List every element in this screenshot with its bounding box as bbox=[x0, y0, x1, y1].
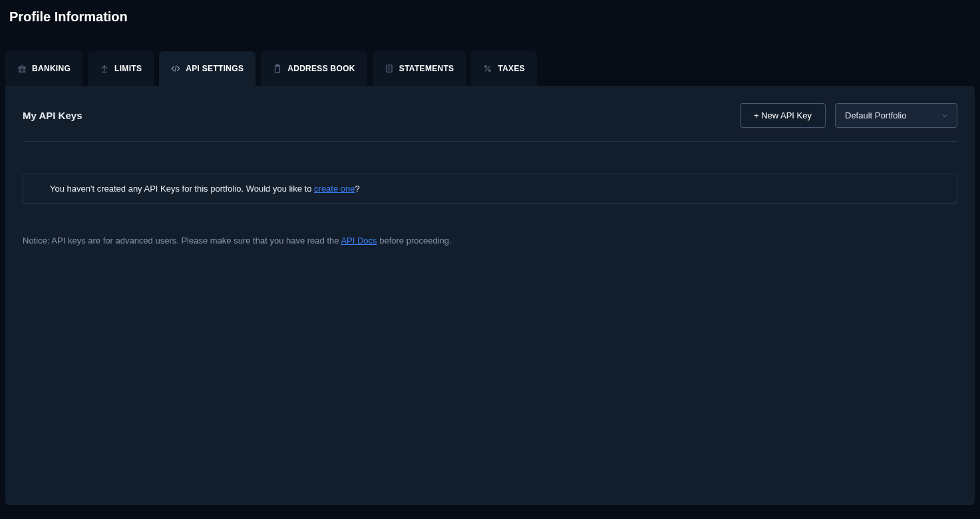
content-header: My API Keys + New API Key Default Portfo… bbox=[23, 103, 957, 142]
header-controls: + New API Key Default Portfolio bbox=[740, 103, 957, 128]
tab-label: TAXES bbox=[498, 64, 525, 73]
bank-icon bbox=[17, 64, 27, 73]
empty-notice-prefix: You haven't created any API Keys for thi… bbox=[50, 184, 314, 194]
tab-statements[interactable]: STATEMENTS bbox=[373, 51, 466, 86]
tab-limits[interactable]: LIMITS bbox=[88, 51, 154, 86]
empty-notice-suffix: ? bbox=[355, 184, 359, 194]
tab-label: API SETTINGS bbox=[186, 64, 244, 73]
section-title: My API Keys bbox=[23, 110, 82, 121]
svg-point-2 bbox=[485, 66, 487, 68]
tab-api-settings[interactable]: API SETTINGS bbox=[159, 51, 255, 86]
tab-label: ADDRESS BOOK bbox=[287, 64, 355, 73]
tab-taxes[interactable]: TAXES bbox=[471, 51, 537, 86]
content-panel: My API Keys + New API Key Default Portfo… bbox=[5, 86, 975, 505]
tab-label: LIMITS bbox=[114, 64, 142, 73]
portfolio-select[interactable]: Default Portfolio bbox=[835, 103, 957, 128]
tab-address-book[interactable]: ADDRESS BOOK bbox=[261, 51, 367, 86]
chevron-down-icon bbox=[941, 112, 949, 120]
footer-notice-suffix: before proceeding. bbox=[377, 236, 452, 246]
tab-banking[interactable]: BANKING bbox=[5, 51, 82, 86]
tab-label: BANKING bbox=[32, 64, 71, 73]
percent-icon bbox=[483, 64, 492, 73]
upload-icon bbox=[100, 64, 109, 73]
empty-api-keys-notice: You haven't created any API Keys for thi… bbox=[23, 174, 957, 204]
svg-point-3 bbox=[489, 69, 491, 71]
tab-label: STATEMENTS bbox=[399, 64, 454, 73]
tabs-row: BANKING LIMITS API SETTINGS ADDRESS BOOK… bbox=[0, 25, 980, 86]
create-one-link[interactable]: create one bbox=[314, 184, 355, 194]
document-icon bbox=[385, 64, 394, 73]
footer-notice-prefix: Notice: API keys are for advanced users.… bbox=[23, 236, 341, 246]
page-title: Profile Information bbox=[0, 0, 980, 25]
portfolio-select-value: Default Portfolio bbox=[845, 110, 907, 120]
new-api-key-button[interactable]: + New API Key bbox=[740, 103, 826, 128]
footer-notice: Notice: API keys are for advanced users.… bbox=[23, 236, 957, 246]
api-docs-link[interactable]: API Docs bbox=[341, 236, 377, 246]
clipboard-icon bbox=[273, 64, 282, 73]
code-icon bbox=[171, 64, 180, 73]
